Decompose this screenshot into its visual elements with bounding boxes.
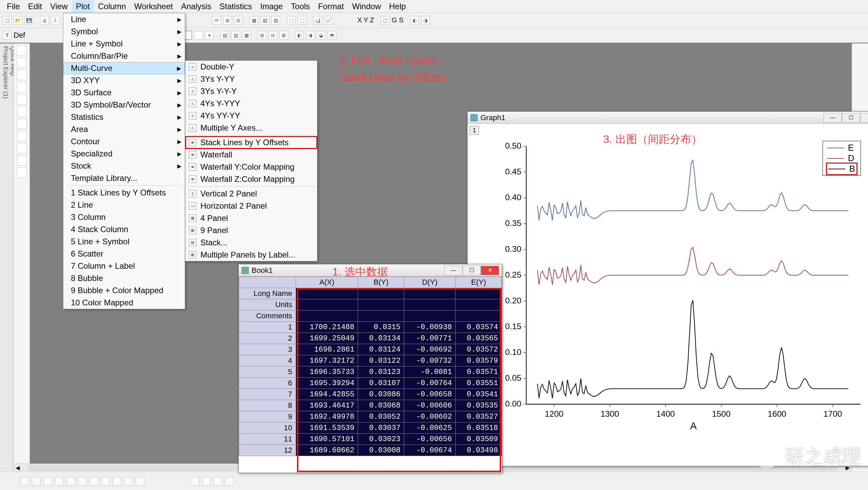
menu-edit[interactable]: Edit	[24, 0, 46, 13]
text-tool-icon[interactable]: T	[3, 31, 12, 40]
cell[interactable]	[296, 310, 358, 322]
align-icon[interactable]: ▦	[242, 31, 251, 40]
menu-view[interactable]: View	[46, 0, 72, 13]
menu-item[interactable]: Template Library...	[63, 172, 185, 184]
cell[interactable]: -0.00606	[404, 400, 456, 411]
dropdown-icon[interactable]: ▾	[205, 31, 214, 40]
tool-icon[interactable]: 📈	[324, 16, 333, 25]
cell[interactable]: -0.00692	[404, 344, 456, 355]
menu-column[interactable]: Column	[94, 0, 130, 13]
cell[interactable]: 0.0315	[358, 322, 404, 333]
menu-item[interactable]: 7 Column + Label	[63, 260, 185, 272]
cell[interactable]: 0.03068	[358, 400, 404, 411]
cell[interactable]: -0.00658	[404, 389, 456, 400]
plot-bar-icon[interactable]	[43, 477, 52, 486]
tool-icon[interactable]: ⊠	[279, 31, 288, 40]
rect-icon[interactable]	[17, 119, 27, 129]
row-header[interactable]: 5	[239, 366, 296, 378]
menu-item[interactable]: 4 Stack Column	[63, 223, 185, 235]
layer-button[interactable]: 1	[470, 126, 479, 135]
maximize-button[interactable]: ☐	[842, 113, 860, 122]
plot-pie-icon[interactable]	[55, 477, 64, 486]
menu-item[interactable]: Column/Bar/Pie▶	[63, 50, 185, 62]
row-header[interactable]: 1	[239, 322, 296, 333]
cell[interactable]: 0.03122	[358, 355, 404, 366]
print-icon[interactable]: 🖨	[40, 16, 49, 25]
submenu-item[interactable]: ⎌4Ys Y-YYY	[185, 97, 317, 110]
row-header[interactable]: 10	[239, 422, 296, 434]
cell[interactable]: 0.03037	[358, 422, 404, 434]
tool-icon[interactable]	[78, 477, 87, 486]
zoom-icon[interactable]	[17, 58, 27, 68]
tool-icon[interactable]	[202, 477, 211, 486]
cell[interactable]: -0.00625	[404, 422, 456, 434]
cell[interactable]: 0.03123	[358, 366, 404, 378]
cell[interactable]: 1696.35733	[296, 366, 358, 378]
legend-item[interactable]: E	[827, 143, 856, 153]
tool-icon[interactable]	[191, 477, 199, 486]
tool-icon[interactable]: ▧	[260, 16, 269, 25]
row-header[interactable]: 2	[239, 333, 296, 344]
cell[interactable]: -0.00938	[404, 322, 456, 333]
menu-item[interactable]: 8 Bubble	[63, 272, 185, 284]
graph-titlebar[interactable]: Graph1 — ☐ ✕	[468, 112, 868, 124]
cell[interactable]	[404, 299, 456, 310]
menu-plot[interactable]: Plot	[72, 0, 94, 13]
menu-item[interactable]: 3D Symbol/Bar/Vector▶	[63, 99, 185, 111]
row-header[interactable]: 12	[239, 445, 296, 456]
legend-item[interactable]: B	[827, 164, 856, 174]
plot-line-icon[interactable]	[20, 477, 29, 486]
tool-icon[interactable]: ⬚	[298, 16, 307, 25]
cell[interactable]: 1700.21488	[296, 322, 358, 333]
tool-icon[interactable]	[124, 477, 133, 486]
tool-icon[interactable]: ⬚	[287, 16, 296, 25]
submenu-item[interactable]: ⊞4 Panel	[185, 212, 317, 224]
cell[interactable]: 1695.39294	[296, 378, 358, 389]
cell[interactable]: 0.03008	[358, 445, 404, 456]
menu-item[interactable]: 10 Color Mapped	[63, 297, 185, 309]
close-button[interactable]: ✕	[860, 113, 868, 122]
tool-icon[interactable]: ◐	[410, 16, 419, 25]
cell[interactable]: -0.00656	[404, 434, 456, 445]
submenu-item[interactable]: ≋Waterfall Z:Color Mapping	[185, 173, 317, 185]
menu-item[interactable]: 1 Stack Lines by Y Offsets	[63, 187, 185, 199]
tool-icon[interactable]	[17, 131, 27, 141]
submenu-item[interactable]: ⎌3Ys Y-YY	[185, 73, 317, 85]
menu-item[interactable]: 3D Surface▶	[63, 87, 185, 99]
row-header[interactable]: 11	[239, 434, 296, 445]
workbook-window[interactable]: Book1 — ☐ ✕ A(X)B(Y)D(Y)E(Y)Long NameUni…	[238, 264, 502, 473]
submenu-item[interactable]: ⎌Double-Y	[185, 61, 317, 73]
menu-item[interactable]: Line▶	[63, 13, 185, 25]
row-header[interactable]: 7	[239, 389, 296, 400]
cell[interactable]: 0.03572	[455, 344, 501, 355]
cell[interactable]	[455, 310, 501, 322]
cell[interactable]	[296, 288, 358, 299]
submenu-item[interactable]: ≋Waterfall Y:Color Mapping	[185, 161, 317, 173]
maximize-button[interactable]: ☐	[462, 266, 481, 275]
tool-icon[interactable]: ◑	[306, 31, 315, 40]
cell[interactable]	[296, 299, 358, 310]
submenu-item[interactable]: ⊟Stack...	[185, 237, 317, 249]
cell[interactable]: 0.03107	[358, 378, 404, 389]
menu-item[interactable]: 5 Line + Symbol	[63, 235, 185, 248]
menu-item[interactable]: 9 Bubble + Color Mapped	[63, 284, 185, 297]
submenu-item[interactable]: ▭Horizontal 2 Panel	[185, 200, 317, 212]
cell[interactable]: 0.03124	[358, 344, 404, 355]
menu-image[interactable]: Image	[256, 0, 287, 13]
row-header[interactable]: 8	[239, 400, 296, 411]
cell[interactable]: 1691.53539	[296, 422, 358, 434]
plot-scatter-icon[interactable]	[32, 477, 41, 486]
cell[interactable]: -0.00674	[404, 445, 456, 456]
submenu-item[interactable]: ⎌Multiple Y Axes...	[185, 122, 317, 134]
tool-icon[interactable]	[113, 477, 121, 486]
cell[interactable]: 0.03551	[455, 378, 501, 389]
panel-tab[interactable]: Project Explorer (1)	[2, 46, 9, 461]
menu-worksheet[interactable]: Worksheet	[130, 0, 177, 13]
cell[interactable]: -0.00771	[404, 333, 456, 344]
menu-item[interactable]: Area▶	[63, 123, 185, 135]
align-icon[interactable]: ▤	[220, 31, 229, 40]
tool-icon[interactable]: ▦	[250, 16, 258, 25]
cell[interactable]: 0.03527	[455, 411, 501, 422]
menu-item[interactable]: Multi-Curve▶	[63, 62, 185, 74]
pointer-icon[interactable]	[17, 45, 27, 56]
